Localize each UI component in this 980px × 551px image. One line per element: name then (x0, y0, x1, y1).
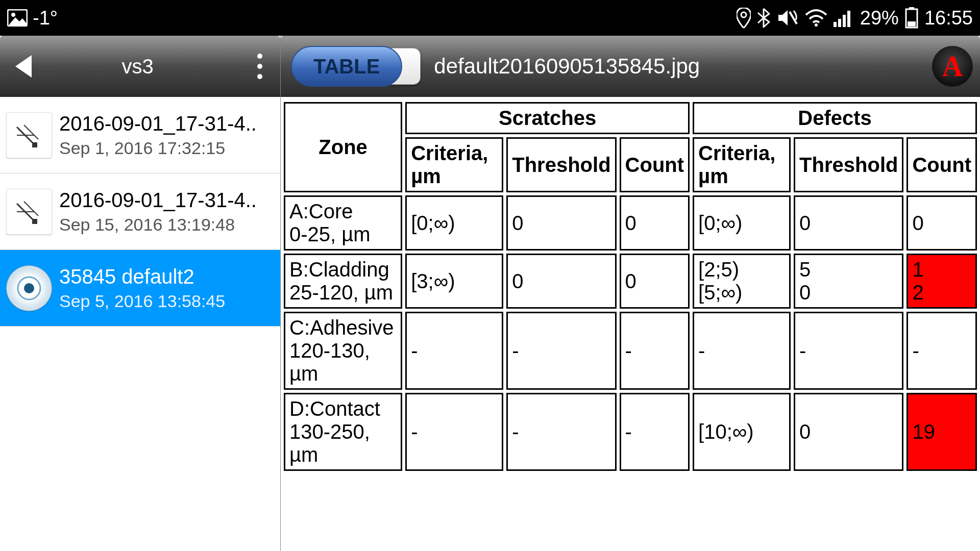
cell-scratch-criteria: [3;∞) (405, 254, 503, 309)
cell-scratch-criteria: [0;∞) (405, 195, 503, 251)
cell-scratch-threshold: - (506, 312, 616, 390)
battery-icon (905, 7, 918, 29)
cell-scratch-criteria: - (405, 312, 503, 390)
bluetooth-icon (757, 8, 770, 28)
svg-rect-6 (838, 19, 841, 27)
view-toggle[interactable]: TABLE (291, 46, 402, 87)
cell-defect-count: 19 (906, 393, 977, 471)
list-item[interactable]: 2016-09-01_17-31-4..Sep 15, 2016 13:19:4… (0, 173, 280, 250)
cell-scratch-count: - (620, 312, 690, 390)
location-icon (737, 8, 751, 28)
view-toggle-label: TABLE (313, 55, 380, 78)
cell-scratch-count: 0 (620, 254, 690, 309)
current-filename: default20160905135845.jpg (434, 54, 919, 79)
svg-point-1 (11, 13, 15, 17)
image-thumb-icon (6, 265, 52, 311)
svg-point-4 (815, 23, 818, 27)
col-defects-criteria: Criteria, µm (693, 137, 791, 192)
picture-icon (7, 9, 28, 27)
svg-rect-7 (843, 15, 846, 27)
chart-thumb-icon (6, 112, 52, 158)
wifi-icon (805, 9, 827, 27)
table-row: C:Adhesive 120-130, µm------ (284, 312, 977, 390)
cell-defect-count: 0 (906, 195, 977, 251)
svg-rect-15 (32, 142, 37, 147)
cell-defect-criteria: - (693, 312, 791, 390)
cell-scratch-threshold: - (506, 393, 616, 471)
list-item[interactable]: 2016-09-01_17-31-4..Sep 1, 2016 17:32:15 (0, 97, 280, 173)
cell-scratch-count: 0 (620, 195, 690, 251)
back-button[interactable] (0, 36, 46, 97)
cell-defect-count: 1 2 (906, 254, 977, 309)
col-defects: Defects (693, 102, 977, 134)
table-row: A:Core 0-25, µm[0;∞)00[0;∞)00 (284, 195, 977, 251)
cell-scratch-threshold: 0 (506, 195, 616, 251)
list-item-title: 35845 default2 (59, 265, 274, 288)
clock-time: 16:55 (924, 7, 973, 29)
col-zone: Zone (284, 102, 402, 192)
col-scratches-threshold: Threshold (506, 137, 616, 192)
cell-defect-criteria: [0;∞) (693, 195, 791, 251)
table-row: B:Cladding 25-120, µm[3;∞)00[2;5) [5;∞)5… (284, 254, 977, 309)
svg-point-2 (741, 12, 746, 17)
right-pane: TABLE default20160905135845.jpg A Zone S… (281, 36, 980, 551)
app-logo: A (932, 46, 973, 87)
left-pane: vs3 2016-09-01_17-31-4..Sep 1, 2016 17:3… (0, 36, 281, 551)
cell-defect-criteria: [10;∞) (693, 393, 791, 471)
svg-rect-8 (847, 11, 850, 27)
right-header: TABLE default20160905135845.jpg A (281, 36, 980, 97)
cell-defect-threshold: 5 0 (794, 254, 903, 309)
list-item-title: 2016-09-01_17-31-4.. (59, 112, 274, 135)
cell-defect-count: - (906, 312, 977, 390)
mute-vibrate-icon (776, 8, 799, 28)
temperature-value: -1° (33, 7, 58, 29)
cell-defect-threshold: - (794, 312, 903, 390)
cell-scratch-threshold: 0 (506, 254, 616, 309)
cell-defect-threshold: 0 (794, 393, 903, 471)
list-item-subtitle: Sep 5, 2016 13:58:45 (59, 291, 274, 311)
signal-icon (834, 9, 854, 27)
status-bar: -1° 29% 16:55 (0, 0, 980, 36)
svg-rect-11 (908, 21, 916, 27)
cell-zone: A:Core 0-25, µm (284, 195, 402, 251)
svg-point-21 (24, 283, 34, 293)
col-defects-count: Count (906, 137, 977, 192)
col-scratches: Scratches (405, 102, 690, 134)
left-header: vs3 (0, 36, 280, 97)
cell-scratch-count: - (620, 393, 690, 471)
col-defects-threshold: Threshold (794, 137, 903, 192)
result-list: 2016-09-01_17-31-4..Sep 1, 2016 17:32:15… (0, 97, 280, 551)
svg-rect-5 (834, 22, 837, 27)
cell-zone: C:Adhesive 120-130, µm (284, 312, 402, 390)
list-item-subtitle: Sep 15, 2016 13:19:48 (59, 215, 274, 235)
cell-defect-threshold: 0 (794, 195, 903, 251)
overflow-menu-button[interactable] (239, 36, 280, 97)
list-item-subtitle: Sep 1, 2016 17:32:15 (59, 138, 274, 158)
svg-rect-19 (32, 219, 37, 224)
overflow-menu-icon (257, 54, 262, 79)
inspection-table: Zone Scratches Defects Criteria, µm Thre… (281, 99, 980, 474)
col-scratches-criteria: Criteria, µm (405, 137, 503, 192)
cell-zone: D:Contact 130-250, µm (284, 393, 402, 471)
list-item-title: 2016-09-01_17-31-4.. (59, 189, 274, 212)
battery-percent: 29% (860, 7, 899, 29)
chart-thumb-icon (6, 189, 52, 235)
list-item[interactable]: 35845 default2Sep 5, 2016 13:58:45 (0, 250, 280, 327)
left-title: vs3 (46, 55, 239, 78)
cell-defect-criteria: [2;5) [5;∞) (693, 254, 791, 309)
cell-scratch-criteria: - (405, 393, 503, 471)
col-scratches-count: Count (620, 137, 690, 192)
table-row: D:Contact 130-250, µm---[10;∞)019 (284, 393, 977, 471)
cell-zone: B:Cladding 25-120, µm (284, 254, 402, 309)
